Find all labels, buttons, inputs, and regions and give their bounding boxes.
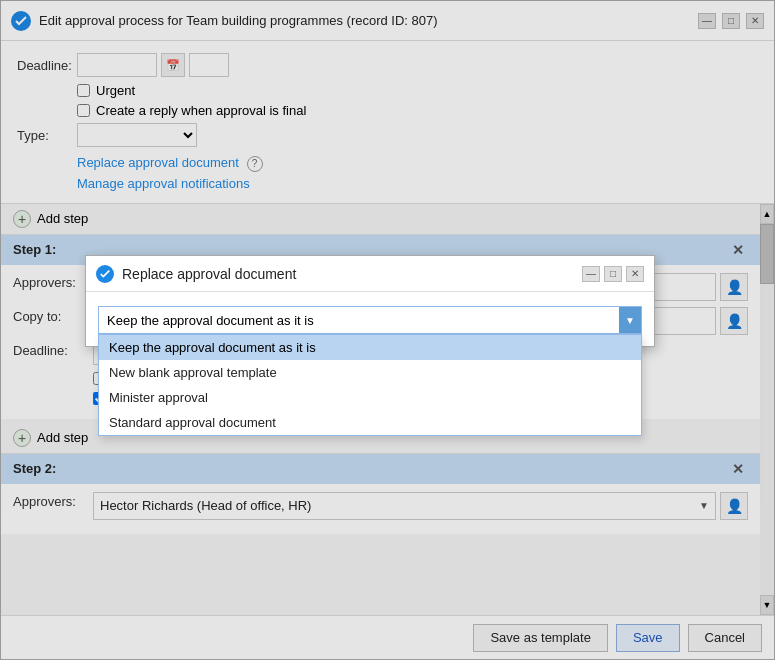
modal-maximize-button[interactable]: □	[604, 266, 622, 282]
add-step-label-2: Add step	[37, 430, 88, 445]
save-as-template-button[interactable]: Save as template	[473, 624, 607, 652]
type-row: Type:	[17, 123, 758, 147]
calendar-icon[interactable]: 📅	[161, 53, 185, 77]
step-1-approvers-label: Approvers:	[13, 273, 93, 290]
maximize-button[interactable]: □	[722, 13, 740, 29]
modal-controls: — □ ✕	[582, 266, 644, 282]
step-1-add-copyto-button[interactable]: 👤	[720, 307, 748, 335]
dropdown-option-0[interactable]: Keep the approval document as it is	[99, 335, 641, 360]
replace-document-modal: Replace approval document — □ ✕ Keep the…	[85, 255, 655, 347]
step-2-add-approver-button[interactable]: 👤	[720, 492, 748, 520]
add-step-icon-1: +	[13, 210, 31, 228]
deadline-date-input[interactable]	[77, 53, 157, 77]
step-2-approvers-row: Approvers: Hector Richards (Head of offi…	[13, 492, 748, 520]
window-title: Edit approval process for Team building …	[39, 13, 698, 28]
urgent-label: Urgent	[96, 83, 135, 98]
step-1-add-approver-button[interactable]: 👤	[720, 273, 748, 301]
cancel-button[interactable]: Cancel	[688, 624, 762, 652]
add-step-bar-1[interactable]: + Add step	[1, 204, 760, 235]
bottom-bar: Save as template Save Cancel	[1, 615, 774, 659]
add-step-icon-2: +	[13, 429, 31, 447]
deadline-controls: 📅	[77, 53, 229, 77]
step-2-approver-text: Hector Richards (Head of office, HR)	[100, 498, 311, 513]
replace-help-icon[interactable]: ?	[247, 156, 263, 172]
reply-row: Create a reply when approval is final	[77, 103, 758, 118]
modal-title: Replace approval document	[122, 266, 582, 282]
step-1-deadline-label: Deadline:	[13, 341, 93, 358]
replace-approval-link[interactable]: Replace approval document	[77, 155, 239, 170]
urgent-row: Urgent	[77, 83, 758, 98]
reply-label: Create a reply when approval is final	[96, 103, 306, 118]
modal-body: Keep the approval document as it is ▼ Ke…	[86, 292, 654, 346]
deadline-time-input[interactable]	[189, 53, 229, 77]
deadline-label: Deadline:	[17, 58, 77, 73]
title-bar: Edit approval process for Team building …	[1, 1, 774, 41]
top-form: Deadline: 📅 Urgent Create a reply when a…	[1, 41, 774, 204]
type-select[interactable]	[77, 123, 197, 147]
step-2-header: Step 2: ✕	[1, 454, 760, 484]
modal-title-bar: Replace approval document — □ ✕	[86, 256, 654, 292]
reply-checkbox[interactable]	[77, 104, 90, 117]
step-2-body: Approvers: Hector Richards (Head of offi…	[1, 484, 760, 534]
minimize-button[interactable]: —	[698, 13, 716, 29]
manage-link-row: Manage approval notifications	[77, 176, 758, 191]
step-2-close-button[interactable]: ✕	[728, 459, 748, 479]
dropdown-option-1[interactable]: New blank approval template	[99, 360, 641, 385]
scrollbar: ▲ ▼	[760, 204, 774, 616]
replace-link-row: Replace approval document ?	[77, 155, 758, 172]
document-dropdown-list: Keep the approval document as it is New …	[98, 334, 642, 436]
scroll-up-button[interactable]: ▲	[760, 204, 774, 224]
window-icon	[11, 11, 31, 31]
scroll-thumb[interactable]	[760, 224, 774, 284]
modal-close-button[interactable]: ✕	[626, 266, 644, 282]
document-dropdown-selected: Keep the approval document as it is	[107, 313, 314, 328]
dropdown-option-2[interactable]: Minister approval	[99, 385, 641, 410]
step-2-section: Step 2: ✕ Approvers: Hector Richards (He…	[1, 454, 760, 534]
scroll-down-button[interactable]: ▼	[760, 595, 774, 615]
document-dropdown-wrapper: Keep the approval document as it is ▼ Ke…	[98, 306, 642, 334]
save-button[interactable]: Save	[616, 624, 680, 652]
window-controls: — □ ✕	[698, 13, 764, 29]
document-dropdown-trigger[interactable]: Keep the approval document as it is ▼	[98, 306, 642, 334]
close-button[interactable]: ✕	[746, 13, 764, 29]
step-2-label: Step 2:	[13, 461, 728, 476]
document-dropdown-arrow[interactable]: ▼	[619, 307, 641, 333]
step-1-close-button[interactable]: ✕	[728, 240, 748, 260]
type-label: Type:	[17, 128, 77, 143]
step-1-copyto-label: Copy to:	[13, 307, 93, 324]
urgent-checkbox[interactable]	[77, 84, 90, 97]
modal-minimize-button[interactable]: —	[582, 266, 600, 282]
dropdown-option-3[interactable]: Standard approval document	[99, 410, 641, 435]
step-2-approvers-label: Approvers:	[13, 492, 93, 509]
add-step-label-1: Add step	[37, 211, 88, 226]
step-2-approvers-control: Hector Richards (Head of office, HR) ▼ 👤	[93, 492, 748, 520]
modal-icon	[96, 265, 114, 283]
step-2-approver-box[interactable]: Hector Richards (Head of office, HR) ▼	[93, 492, 716, 520]
manage-notifications-link[interactable]: Manage approval notifications	[77, 176, 250, 191]
deadline-row: Deadline: 📅	[17, 53, 758, 77]
step-2-approver-dropdown-arrow[interactable]: ▼	[699, 500, 709, 511]
